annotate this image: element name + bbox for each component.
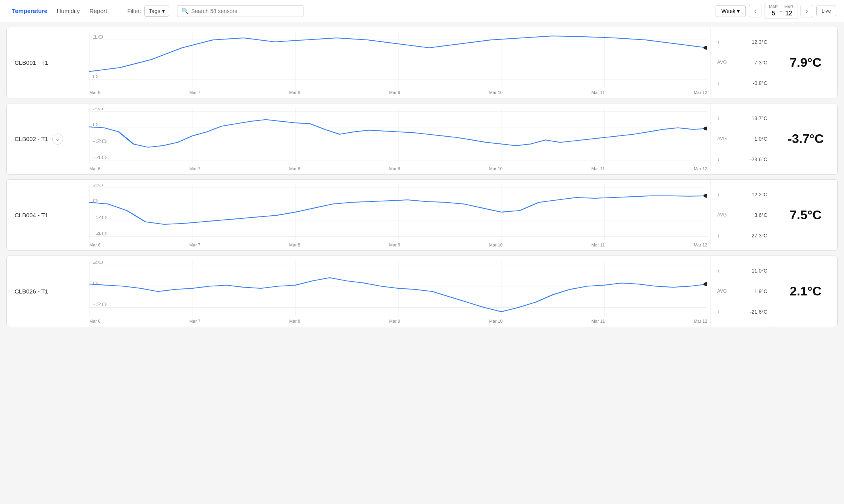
chart-x-labels: Mar 6Mar 7Mar 8Mar 9Mar 10Mar 11Mar 12 — [89, 317, 707, 323]
min-value: -27.3°C — [750, 233, 767, 239]
chart-area: 010Mar 6Mar 7Mar 8Mar 9Mar 10Mar 11Mar 1… — [86, 27, 711, 98]
search-input[interactable] — [191, 8, 299, 14]
x-label: Mar 8 — [289, 166, 300, 171]
stats-area: ↑12.3°CAVG7.3°C↓-0.8°C — [711, 27, 774, 98]
max-value: 11.0°C — [752, 268, 767, 274]
current-value: 7.9°C — [774, 27, 837, 98]
svg-text:-20: -20 — [92, 214, 107, 220]
max-stat-row: ↑12.3°C — [717, 39, 767, 45]
min-stat-row: ↓-21.6°C — [717, 309, 767, 315]
svg-text:0: 0 — [92, 280, 98, 286]
svg-point-27 — [703, 126, 707, 130]
week-selector-button[interactable]: Week ▾ — [716, 5, 746, 17]
avg-label: AVG — [717, 60, 727, 65]
end-day: 12 — [785, 9, 792, 17]
min-value: -23.6°C — [750, 156, 767, 162]
sensor-card-clb001: CLB001 - T1010Mar 6Mar 7Mar 8Mar 9Mar 10… — [6, 27, 838, 98]
next-period-button[interactable]: › — [801, 5, 813, 17]
x-label: Mar 6 — [89, 90, 100, 95]
date-range-display: MAR 5 - MAR 12 — [765, 3, 797, 19]
x-label: Mar 10 — [489, 90, 503, 95]
avg-value: 1.0°C — [754, 136, 767, 142]
x-label: Mar 6 — [89, 243, 100, 247]
x-label: Mar 8 — [289, 319, 300, 323]
x-label: Mar 12 — [694, 90, 707, 95]
tab-humidity[interactable]: Humidity — [53, 5, 84, 17]
header: Temperature Humidity Report Filter: Tags… — [0, 0, 844, 22]
min-value: -21.6°C — [750, 309, 767, 315]
stats-area: ↑11.0°CAVG1.9°C↓-21.6°C — [711, 256, 774, 327]
search-icon: 🔍 — [181, 8, 189, 15]
chart-x-labels: Mar 6Mar 7Mar 8Mar 9Mar 10Mar 11Mar 12 — [89, 88, 707, 95]
filter-area: Filter: Tags ▾ — [127, 6, 169, 17]
end-month: MAR — [784, 5, 793, 9]
x-label: Mar 9 — [389, 319, 400, 323]
stats-area: ↑13.7°CAVG1.0°C↓-23.6°C — [711, 103, 774, 174]
tab-report[interactable]: Report — [85, 5, 111, 17]
avg-value: 7.3°C — [754, 60, 767, 66]
svg-point-43 — [703, 194, 707, 198]
nav-divider — [119, 6, 119, 17]
max-stat-row: ↑11.0°C — [717, 268, 767, 274]
up-arrow-icon: ↑ — [717, 39, 720, 45]
min-stat-row: ↓-27.3°C — [717, 233, 767, 239]
sensors-list: CLB001 - T1010Mar 6Mar 7Mar 8Mar 9Mar 10… — [0, 22, 844, 332]
sensor-name-text: CLB001 - T1 — [15, 59, 48, 66]
x-label: Mar 10 — [489, 243, 503, 247]
min-stat-row: ↓-23.6°C — [717, 156, 767, 162]
svg-text:10: 10 — [92, 34, 104, 39]
svg-text:-40: -40 — [92, 231, 107, 236]
sensor-label-clb002: CLB002 - T1⌄ — [7, 103, 86, 174]
sensor-card-clb004: CLB004 - T1200-20-40Mar 6Mar 7Mar 8Mar 9… — [6, 179, 838, 251]
down-arrow-icon: ↓ — [717, 309, 720, 314]
current-value: 7.5°C — [774, 180, 837, 250]
chart-area: 200-20-40Mar 6Mar 7Mar 8Mar 9Mar 10Mar 1… — [86, 103, 711, 174]
search-area: 🔍 — [177, 5, 303, 17]
tags-dropdown-icon: ▾ — [162, 8, 165, 14]
x-label: Mar 7 — [189, 166, 200, 171]
x-label: Mar 7 — [189, 90, 200, 95]
tags-filter-button[interactable]: Tags ▾ — [144, 6, 169, 17]
prev-period-button[interactable]: ‹ — [749, 5, 761, 17]
tags-label: Tags — [149, 8, 160, 14]
x-label: Mar 11 — [592, 90, 605, 95]
filter-label: Filter: — [127, 8, 141, 14]
down-arrow-icon: ↓ — [717, 233, 720, 238]
max-stat-row: ↑13.7°C — [717, 115, 767, 121]
x-label: Mar 10 — [489, 319, 503, 323]
x-label: Mar 12 — [694, 319, 707, 323]
x-label: Mar 11 — [592, 243, 605, 247]
start-date: MAR 5 — [769, 5, 778, 17]
date-separator: - — [780, 8, 782, 14]
svg-text:20: 20 — [92, 108, 104, 111]
sensor-name-text: CLB002 - T1 — [15, 135, 48, 142]
x-label: Mar 7 — [189, 243, 200, 247]
svg-point-57 — [703, 282, 707, 286]
chart-area: 200-20Mar 6Mar 7Mar 8Mar 9Mar 10Mar 11Ma… — [86, 256, 711, 327]
max-value: 12.3°C — [752, 39, 767, 45]
down-arrow-icon: ↓ — [717, 80, 720, 86]
avg-stat-row: AVG7.3°C — [717, 60, 767, 66]
up-arrow-icon: ↑ — [717, 268, 720, 274]
header-right: Week ▾ ‹ MAR 5 - MAR 12 › Live — [716, 3, 836, 19]
live-button[interactable]: Live — [816, 6, 836, 16]
expand-button[interactable]: ⌄ — [52, 134, 63, 145]
nav-tabs: Temperature Humidity Report — [8, 5, 111, 17]
x-label: Mar 11 — [592, 166, 605, 171]
sensor-name-text: CLB026 - T1 — [15, 288, 48, 295]
up-arrow-icon: ↑ — [717, 192, 720, 197]
up-arrow-icon: ↑ — [717, 116, 720, 121]
svg-text:0: 0 — [92, 122, 98, 128]
sensor-label-clb001: CLB001 - T1 — [7, 27, 86, 98]
svg-text:-20: -20 — [92, 302, 107, 307]
x-label: Mar 11 — [592, 319, 605, 323]
max-value: 12.2°C — [752, 192, 767, 197]
x-label: Mar 6 — [89, 166, 100, 171]
svg-point-11 — [703, 46, 707, 50]
avg-value: 1.9°C — [754, 288, 767, 294]
sensor-label-clb026: CLB026 - T1 — [7, 256, 86, 327]
svg-text:-20: -20 — [92, 138, 107, 144]
svg-text:20: 20 — [92, 261, 104, 265]
tab-temperature[interactable]: Temperature — [8, 5, 51, 17]
start-day: 5 — [772, 9, 775, 17]
